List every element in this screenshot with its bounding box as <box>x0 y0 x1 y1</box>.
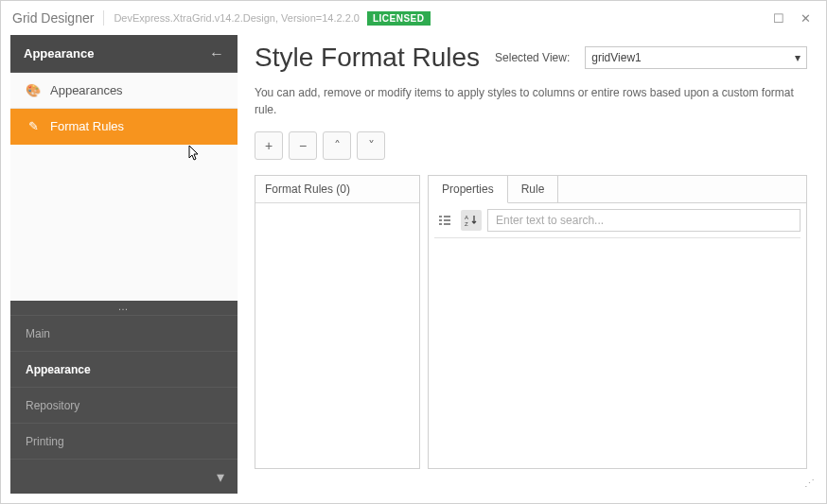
back-icon[interactable]: ← <box>209 45 224 62</box>
add-button[interactable]: + <box>255 131 283 160</box>
plus-icon: + <box>265 138 273 153</box>
selected-view-value: gridView1 <box>591 51 641 64</box>
properties-panel: Properties Rule AZ <box>428 175 807 469</box>
sidebar-item-label: Format Rules <box>50 119 124 133</box>
maximize-button[interactable]: ☐ <box>765 5 792 31</box>
tab-label: Rule <box>521 182 545 196</box>
sidebar-cat-label: Printing <box>26 435 64 448</box>
sidebar-item-appearances[interactable]: 🎨 Appearances <box>10 73 238 109</box>
palette-icon: 🎨 <box>26 83 41 98</box>
properties-tabs: Properties Rule <box>429 176 806 203</box>
rules-toolbar: + − ˄ ˅ <box>255 131 807 160</box>
format-rules-header: Format Rules (0) <box>255 176 419 203</box>
titlebar: Grid Designer DevExpress.XtraGrid.v14.2.… <box>1 1 826 35</box>
sidebar-header-label: Appearance <box>24 46 94 61</box>
sidebar-footer: ▾ <box>10 460 238 494</box>
sidebar-cat-label: Appearance <box>26 363 91 376</box>
maximize-icon: ☐ <box>773 11 784 26</box>
sidebar-cat-label: Repository <box>26 399 79 412</box>
svg-text:A: A <box>465 215 468 220</box>
version-text: DevExpress.XtraGrid.v14.2.Design, Versio… <box>114 12 360 24</box>
property-search-input[interactable] <box>487 209 801 232</box>
chevron-down-icon: ˅ <box>368 138 375 153</box>
categorize-icon <box>438 214 451 227</box>
sidebar-gap <box>10 145 238 301</box>
sidebar: Appearance ← 🎨 Appearances ✎ Format Rule… <box>10 35 238 494</box>
license-badge: LICENSED <box>367 11 431 26</box>
sidebar-item-format-rules[interactable]: ✎ Format Rules <box>10 109 238 145</box>
main-panel: Style Format Rules Selected View: gridVi… <box>238 35 817 494</box>
edit-icon: ✎ <box>26 119 41 134</box>
move-up-button[interactable]: ˄ <box>323 131 351 160</box>
sidebar-item-label: Appearances <box>50 83 123 97</box>
move-down-button[interactable]: ˅ <box>357 131 385 160</box>
categorize-button[interactable] <box>434 210 455 231</box>
tab-properties[interactable]: Properties <box>429 176 508 203</box>
app-title: Grid Designer <box>12 10 104 26</box>
property-toolbar: AZ <box>429 203 806 237</box>
minus-icon: − <box>299 138 307 153</box>
sidebar-cat-label: Main <box>26 327 50 340</box>
sidebar-cat-main[interactable]: Main <box>10 316 238 352</box>
designer-window: Grid Designer DevExpress.XtraGrid.v14.2.… <box>0 0 827 504</box>
chevron-down-icon: ▾ <box>795 51 801 64</box>
sidebar-cat-printing[interactable]: Printing <box>10 424 238 460</box>
main-header: Style Format Rules Selected View: gridVi… <box>255 43 807 73</box>
resize-grip[interactable]: ⋰ <box>804 478 813 490</box>
selected-view-dropdown[interactable]: gridView1 ▾ <box>585 46 807 69</box>
body: Appearance ← 🎨 Appearances ✎ Format Rule… <box>1 35 826 503</box>
sidebar-header: Appearance ← <box>10 35 238 73</box>
format-rules-list[interactable] <box>255 203 419 468</box>
description-text: You can add, remove or modify items to a… <box>255 84 807 118</box>
selected-view-label: Selected View: <box>495 51 570 64</box>
sort-az-button[interactable]: AZ <box>461 210 482 231</box>
page-title: Style Format Rules <box>255 43 480 73</box>
close-button[interactable]: ✕ <box>792 5 818 31</box>
sort-az-icon: AZ <box>465 214 478 227</box>
content-row: Format Rules (0) Properties Rule AZ <box>255 175 807 473</box>
tab-label: Properties <box>442 182 494 196</box>
chevron-up-icon: ˄ <box>334 138 341 153</box>
remove-button[interactable]: − <box>289 131 317 160</box>
sidebar-cat-appearance[interactable]: Appearance <box>10 352 238 388</box>
chevron-down-icon[interactable]: ▾ <box>217 468 224 486</box>
close-icon: ✕ <box>801 11 811 26</box>
status-footer <box>255 473 807 494</box>
property-grid[interactable] <box>434 237 801 462</box>
format-rules-panel: Format Rules (0) <box>255 175 420 469</box>
tab-rule[interactable]: Rule <box>508 176 559 202</box>
svg-text:Z: Z <box>465 221 468 227</box>
sidebar-resize-handle[interactable]: … <box>10 301 238 316</box>
sidebar-cat-repository[interactable]: Repository <box>10 388 238 424</box>
